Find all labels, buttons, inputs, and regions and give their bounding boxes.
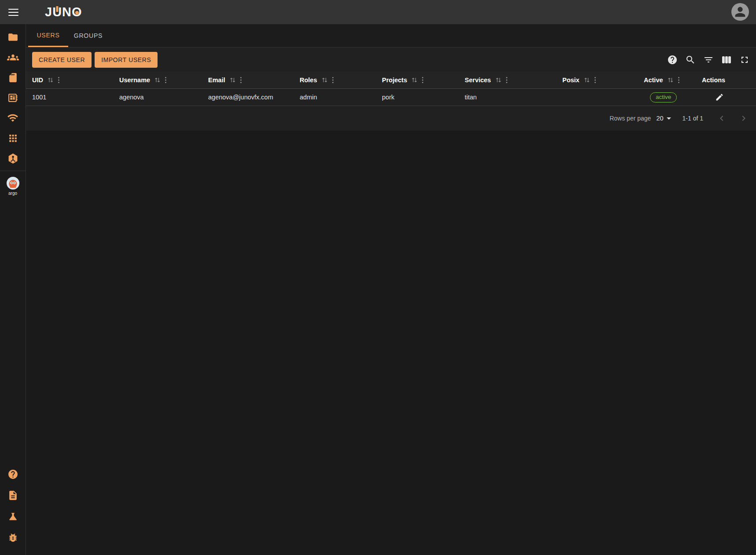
tab-users-label: USERS <box>37 32 59 39</box>
sidebar-item-network[interactable] <box>4 113 22 123</box>
cell-projects: pork <box>376 89 459 106</box>
tab-bar: USERS GROUPS <box>26 24 756 47</box>
sidebar-bottom-group <box>4 469 22 555</box>
tab-groups[interactable]: GROUPS <box>68 24 108 47</box>
sidebar-divider <box>0 171 26 171</box>
empty-content-area <box>26 131 756 555</box>
top-app-bar: JUNO <box>0 0 756 24</box>
rows-per-page-select[interactable]: 20 <box>656 115 671 122</box>
juno-logo: JUNO <box>45 5 82 18</box>
folder-icon <box>7 32 18 43</box>
column-header-username: Username <box>113 72 202 88</box>
developer-board-icon <box>7 92 18 103</box>
sidebar-item-argo[interactable]: argo <box>3 176 22 196</box>
column-header-active: Active <box>638 72 696 88</box>
filter-icon <box>703 55 714 65</box>
table-toolbar: CREATE USER IMPORT USERS <box>26 47 756 72</box>
sidebar-item-labs[interactable] <box>4 511 22 522</box>
column-header-services: Services <box>459 72 556 88</box>
wifi-icon <box>7 112 18 124</box>
cell-posix <box>556 89 638 106</box>
logo-accent-dot <box>75 11 79 15</box>
column-header-roles: Roles <box>294 72 376 88</box>
argo-label: argo <box>8 191 17 196</box>
main-content: USERS GROUPS CREATE USER IMPORT USERS <box>26 24 756 555</box>
table-columns-button[interactable] <box>721 55 732 65</box>
rows-per-page-label: Rows per page <box>609 115 651 122</box>
search-icon <box>685 55 696 65</box>
column-header-posix: Posix <box>556 72 638 88</box>
table-search-button[interactable] <box>685 55 696 65</box>
users-table-card: CREATE USER IMPORT USERS <box>26 47 756 131</box>
argo-mascot-icon <box>6 176 20 190</box>
cell-actions <box>696 89 756 106</box>
left-sidebar: argo <box>0 24 26 555</box>
fullscreen-icon <box>739 55 750 65</box>
sort-icon[interactable] <box>495 77 502 83</box>
column-menu-icon[interactable] <box>332 77 334 84</box>
table-row[interactable]: 1001 agenova agenova@junovfx.com admin p… <box>26 89 756 106</box>
edit-user-button[interactable] <box>715 93 724 102</box>
sort-icon[interactable] <box>47 77 54 83</box>
sort-icon[interactable] <box>229 77 236 83</box>
cell-username: agenova <box>113 89 202 106</box>
sort-icon[interactable] <box>667 77 674 83</box>
toolbar-icon-group <box>667 55 750 65</box>
sidebar-item-hardware[interactable] <box>4 92 22 103</box>
pagination-range: 1-1 of 1 <box>683 115 703 122</box>
table-fullscreen-button[interactable] <box>739 55 750 65</box>
sidebar-item-help[interactable] <box>4 469 22 479</box>
chevron-left-icon <box>716 113 727 124</box>
table-filter-button[interactable] <box>703 55 714 65</box>
import-users-button[interactable]: IMPORT USERS <box>95 52 158 68</box>
sort-icon[interactable] <box>584 77 590 83</box>
logo-accent-bar <box>56 6 59 12</box>
bug-icon <box>7 532 18 543</box>
next-page-button[interactable] <box>738 113 749 124</box>
tab-groups-label: GROUPS <box>74 32 103 39</box>
sd-card-icon <box>7 72 18 83</box>
apps-icon <box>7 133 18 144</box>
cell-uid: 1001 <box>26 89 113 106</box>
column-header-actions: Actions <box>696 72 756 88</box>
sort-icon[interactable] <box>411 77 418 83</box>
previous-page-button[interactable] <box>716 113 727 124</box>
cell-active: active <box>638 89 696 106</box>
sidebar-item-users[interactable] <box>4 52 22 62</box>
caret-down-icon <box>667 117 671 120</box>
column-menu-icon[interactable] <box>506 77 508 84</box>
sidebar-item-files[interactable] <box>4 32 22 42</box>
column-menu-icon[interactable] <box>240 77 242 84</box>
sidebar-item-apps[interactable] <box>4 133 22 143</box>
menu-button[interactable] <box>7 6 20 18</box>
sidebar-item-packages[interactable] <box>4 153 22 164</box>
edit-pencil-icon <box>715 93 724 102</box>
account-button[interactable] <box>731 3 749 21</box>
sort-icon[interactable] <box>154 77 161 83</box>
table-help-button[interactable] <box>667 55 678 65</box>
sidebar-item-docs[interactable] <box>4 490 22 500</box>
help-circle-icon <box>667 55 678 65</box>
app-window: JUNO <box>0 0 756 555</box>
sort-icon[interactable] <box>321 77 328 83</box>
groups-icon <box>7 51 19 63</box>
column-menu-icon[interactable] <box>678 77 680 84</box>
table-footer: Rows per page 20 1-1 of 1 <box>26 106 756 131</box>
column-header-projects: Projects <box>376 72 459 88</box>
cell-email: agenova@junovfx.com <box>202 89 294 106</box>
column-menu-icon[interactable] <box>58 77 60 84</box>
status-badge: active <box>650 92 677 102</box>
column-menu-icon[interactable] <box>165 77 167 84</box>
sidebar-item-storage[interactable] <box>4 72 22 83</box>
document-icon <box>7 490 18 501</box>
sidebar-item-bug-report[interactable] <box>4 532 22 543</box>
package-icon <box>7 153 19 164</box>
column-menu-icon[interactable] <box>422 77 424 84</box>
create-user-button[interactable]: CREATE USER <box>32 52 92 68</box>
chevron-right-icon <box>738 113 749 124</box>
rows-per-page-value: 20 <box>656 115 663 122</box>
tab-users[interactable]: USERS <box>28 24 68 47</box>
help-icon <box>7 469 18 480</box>
column-menu-icon[interactable] <box>594 77 596 84</box>
flask-icon <box>7 511 18 522</box>
